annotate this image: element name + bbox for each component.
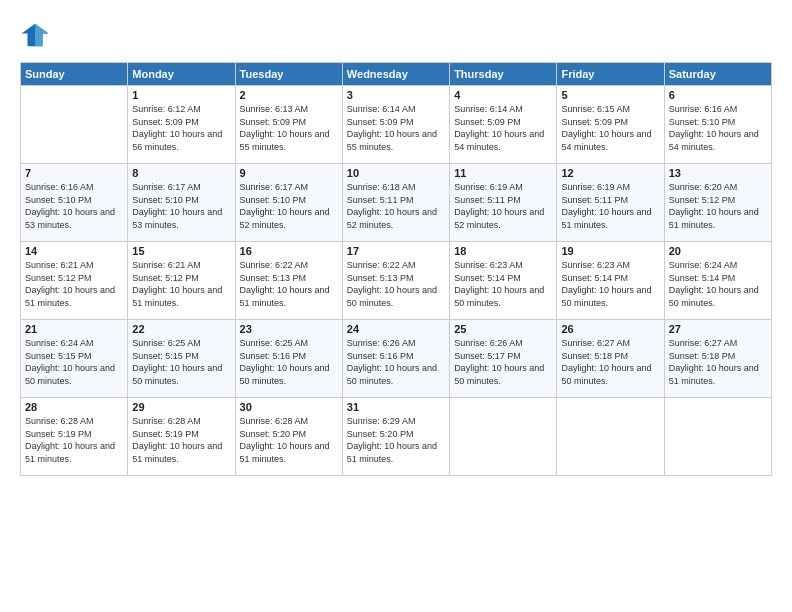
day-number: 12 — [561, 167, 659, 179]
day-number: 2 — [240, 89, 338, 101]
calendar-cell — [664, 398, 771, 476]
day-number: 30 — [240, 401, 338, 413]
calendar-cell: 10Sunrise: 6:18 AMSunset: 5:11 PMDayligh… — [342, 164, 449, 242]
day-number: 28 — [25, 401, 123, 413]
calendar-cell: 16Sunrise: 6:22 AMSunset: 5:13 PMDayligh… — [235, 242, 342, 320]
day-number: 26 — [561, 323, 659, 335]
calendar-week-row: 7Sunrise: 6:16 AMSunset: 5:10 PMDaylight… — [21, 164, 772, 242]
day-info: Sunrise: 6:18 AMSunset: 5:11 PMDaylight:… — [347, 181, 445, 231]
day-info: Sunrise: 6:20 AMSunset: 5:12 PMDaylight:… — [669, 181, 767, 231]
day-info: Sunrise: 6:16 AMSunset: 5:10 PMDaylight:… — [669, 103, 767, 153]
calendar-cell: 28Sunrise: 6:28 AMSunset: 5:19 PMDayligh… — [21, 398, 128, 476]
day-number: 21 — [25, 323, 123, 335]
calendar-cell: 20Sunrise: 6:24 AMSunset: 5:14 PMDayligh… — [664, 242, 771, 320]
calendar-week-row: 21Sunrise: 6:24 AMSunset: 5:15 PMDayligh… — [21, 320, 772, 398]
calendar-cell: 13Sunrise: 6:20 AMSunset: 5:12 PMDayligh… — [664, 164, 771, 242]
calendar-cell: 7Sunrise: 6:16 AMSunset: 5:10 PMDaylight… — [21, 164, 128, 242]
day-info: Sunrise: 6:22 AMSunset: 5:13 PMDaylight:… — [240, 259, 338, 309]
calendar-cell — [557, 398, 664, 476]
day-number: 25 — [454, 323, 552, 335]
day-number: 11 — [454, 167, 552, 179]
calendar-cell: 1Sunrise: 6:12 AMSunset: 5:09 PMDaylight… — [128, 86, 235, 164]
day-info: Sunrise: 6:19 AMSunset: 5:11 PMDaylight:… — [561, 181, 659, 231]
day-number: 13 — [669, 167, 767, 179]
day-info: Sunrise: 6:16 AMSunset: 5:10 PMDaylight:… — [25, 181, 123, 231]
day-number: 9 — [240, 167, 338, 179]
calendar-cell: 6Sunrise: 6:16 AMSunset: 5:10 PMDaylight… — [664, 86, 771, 164]
calendar-cell — [450, 398, 557, 476]
day-info: Sunrise: 6:17 AMSunset: 5:10 PMDaylight:… — [132, 181, 230, 231]
day-info: Sunrise: 6:22 AMSunset: 5:13 PMDaylight:… — [347, 259, 445, 309]
calendar-header-cell: Sunday — [21, 63, 128, 86]
day-number: 4 — [454, 89, 552, 101]
day-info: Sunrise: 6:26 AMSunset: 5:16 PMDaylight:… — [347, 337, 445, 387]
calendar-cell: 31Sunrise: 6:29 AMSunset: 5:20 PMDayligh… — [342, 398, 449, 476]
day-number: 23 — [240, 323, 338, 335]
calendar-cell — [21, 86, 128, 164]
calendar-cell: 15Sunrise: 6:21 AMSunset: 5:12 PMDayligh… — [128, 242, 235, 320]
calendar-cell: 26Sunrise: 6:27 AMSunset: 5:18 PMDayligh… — [557, 320, 664, 398]
day-number: 5 — [561, 89, 659, 101]
day-info: Sunrise: 6:21 AMSunset: 5:12 PMDaylight:… — [25, 259, 123, 309]
day-info: Sunrise: 6:12 AMSunset: 5:09 PMDaylight:… — [132, 103, 230, 153]
calendar-cell: 25Sunrise: 6:26 AMSunset: 5:17 PMDayligh… — [450, 320, 557, 398]
calendar-cell: 5Sunrise: 6:15 AMSunset: 5:09 PMDaylight… — [557, 86, 664, 164]
day-info: Sunrise: 6:14 AMSunset: 5:09 PMDaylight:… — [454, 103, 552, 153]
day-info: Sunrise: 6:27 AMSunset: 5:18 PMDaylight:… — [561, 337, 659, 387]
day-info: Sunrise: 6:28 AMSunset: 5:19 PMDaylight:… — [132, 415, 230, 465]
calendar-cell: 4Sunrise: 6:14 AMSunset: 5:09 PMDaylight… — [450, 86, 557, 164]
calendar-cell: 3Sunrise: 6:14 AMSunset: 5:09 PMDaylight… — [342, 86, 449, 164]
calendar-cell: 24Sunrise: 6:26 AMSunset: 5:16 PMDayligh… — [342, 320, 449, 398]
day-number: 3 — [347, 89, 445, 101]
calendar-cell: 27Sunrise: 6:27 AMSunset: 5:18 PMDayligh… — [664, 320, 771, 398]
svg-marker-1 — [35, 24, 49, 47]
day-number: 6 — [669, 89, 767, 101]
day-info: Sunrise: 6:27 AMSunset: 5:18 PMDaylight:… — [669, 337, 767, 387]
calendar-header-cell: Saturday — [664, 63, 771, 86]
day-info: Sunrise: 6:28 AMSunset: 5:19 PMDaylight:… — [25, 415, 123, 465]
day-info: Sunrise: 6:15 AMSunset: 5:09 PMDaylight:… — [561, 103, 659, 153]
calendar-header-cell: Wednesday — [342, 63, 449, 86]
calendar-cell: 29Sunrise: 6:28 AMSunset: 5:19 PMDayligh… — [128, 398, 235, 476]
calendar-cell: 11Sunrise: 6:19 AMSunset: 5:11 PMDayligh… — [450, 164, 557, 242]
calendar-header-cell: Tuesday — [235, 63, 342, 86]
calendar-header-row: SundayMondayTuesdayWednesdayThursdayFrid… — [21, 63, 772, 86]
calendar-week-row: 28Sunrise: 6:28 AMSunset: 5:19 PMDayligh… — [21, 398, 772, 476]
calendar: SundayMondayTuesdayWednesdayThursdayFrid… — [20, 62, 772, 476]
day-info: Sunrise: 6:23 AMSunset: 5:14 PMDaylight:… — [454, 259, 552, 309]
calendar-cell: 8Sunrise: 6:17 AMSunset: 5:10 PMDaylight… — [128, 164, 235, 242]
calendar-body: 1Sunrise: 6:12 AMSunset: 5:09 PMDaylight… — [21, 86, 772, 476]
calendar-cell: 17Sunrise: 6:22 AMSunset: 5:13 PMDayligh… — [342, 242, 449, 320]
calendar-header-cell: Friday — [557, 63, 664, 86]
logo — [20, 20, 54, 50]
day-info: Sunrise: 6:19 AMSunset: 5:11 PMDaylight:… — [454, 181, 552, 231]
day-info: Sunrise: 6:24 AMSunset: 5:15 PMDaylight:… — [25, 337, 123, 387]
page: SundayMondayTuesdayWednesdayThursdayFrid… — [0, 0, 792, 612]
day-info: Sunrise: 6:23 AMSunset: 5:14 PMDaylight:… — [561, 259, 659, 309]
day-info: Sunrise: 6:29 AMSunset: 5:20 PMDaylight:… — [347, 415, 445, 465]
day-number: 27 — [669, 323, 767, 335]
calendar-cell: 9Sunrise: 6:17 AMSunset: 5:10 PMDaylight… — [235, 164, 342, 242]
day-number: 8 — [132, 167, 230, 179]
day-number: 17 — [347, 245, 445, 257]
calendar-cell: 30Sunrise: 6:28 AMSunset: 5:20 PMDayligh… — [235, 398, 342, 476]
calendar-header-cell: Thursday — [450, 63, 557, 86]
day-info: Sunrise: 6:17 AMSunset: 5:10 PMDaylight:… — [240, 181, 338, 231]
day-number: 29 — [132, 401, 230, 413]
day-number: 14 — [25, 245, 123, 257]
day-info: Sunrise: 6:13 AMSunset: 5:09 PMDaylight:… — [240, 103, 338, 153]
calendar-header-cell: Monday — [128, 63, 235, 86]
calendar-cell: 18Sunrise: 6:23 AMSunset: 5:14 PMDayligh… — [450, 242, 557, 320]
day-number: 16 — [240, 245, 338, 257]
day-info: Sunrise: 6:25 AMSunset: 5:15 PMDaylight:… — [132, 337, 230, 387]
day-number: 19 — [561, 245, 659, 257]
day-info: Sunrise: 6:28 AMSunset: 5:20 PMDaylight:… — [240, 415, 338, 465]
calendar-cell: 21Sunrise: 6:24 AMSunset: 5:15 PMDayligh… — [21, 320, 128, 398]
calendar-cell: 2Sunrise: 6:13 AMSunset: 5:09 PMDaylight… — [235, 86, 342, 164]
day-number: 22 — [132, 323, 230, 335]
day-number: 18 — [454, 245, 552, 257]
day-number: 20 — [669, 245, 767, 257]
day-number: 10 — [347, 167, 445, 179]
day-info: Sunrise: 6:24 AMSunset: 5:14 PMDaylight:… — [669, 259, 767, 309]
day-number: 24 — [347, 323, 445, 335]
